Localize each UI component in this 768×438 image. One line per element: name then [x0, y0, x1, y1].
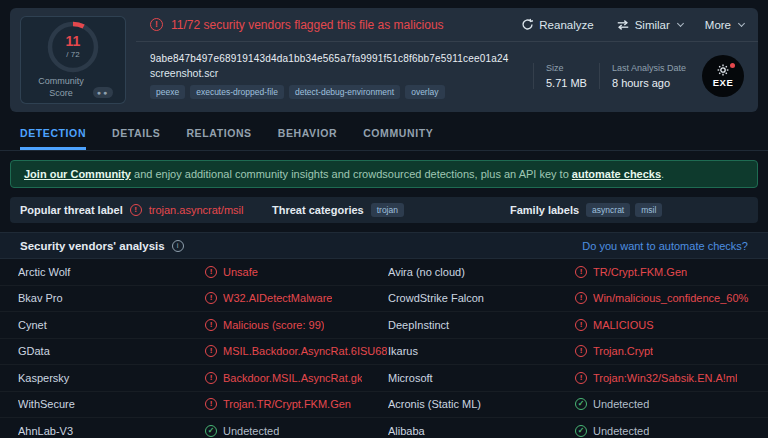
family-labels-group: Family labels asyncratmsil — [510, 203, 748, 217]
family-tag-asyncrat[interactable]: asyncrat — [586, 203, 630, 217]
vendor-name: DeepInstinct — [388, 319, 575, 331]
analysis-header: Security vendors' analysis i Do you want… — [0, 232, 768, 259]
detection-result: !W32.AIDetectMalware — [205, 292, 388, 304]
warning-icon: ! — [575, 372, 587, 384]
detection-result-text: Backdoor.MSIL.AsyncRat.gk — [223, 372, 362, 384]
community-votes-widget: ●● — [93, 87, 113, 98]
virustotal-report-page: 11 / 72 Community Score ●● ! 11/72 secur… — [0, 8, 768, 438]
automate-checks-link[interactable]: automate checks — [572, 168, 661, 180]
detection-result: !TR/Crypt.FKM.Gen — [575, 266, 750, 278]
tab-bar: DETECTIONDETAILSRELATIONSBEHAVIORCOMMUNI… — [0, 118, 768, 151]
similar-button[interactable]: Similar — [616, 19, 683, 31]
detection-result: !Trojan.Crypt — [575, 345, 750, 357]
gear-icon — [717, 64, 729, 76]
vendor-name: Acronis (Static ML) — [388, 398, 575, 410]
popular-threat-label-value[interactable]: trojan.asyncrat/msil — [149, 204, 244, 216]
detection-result: ✓Undetected — [575, 398, 750, 410]
detection-result: ✓Undetected — [575, 425, 750, 437]
vendor-name: Arctic Wolf — [18, 266, 205, 278]
warning-icon: ! — [575, 345, 587, 357]
community-banner: Join our Community and enjoy additional … — [10, 160, 758, 188]
warning-icon: ! — [205, 292, 217, 304]
banner-text: and enjoy additional community insights … — [131, 168, 572, 180]
warning-icon: ! — [130, 204, 142, 216]
detection-score-widget: 11 / 72 Community Score ●● — [20, 16, 126, 104]
detection-result-text: Win/malicious_confidence_60% (D) — [593, 292, 750, 304]
detection-result: !Malicious (score: 99) — [205, 319, 388, 331]
detection-result: !Trojan:Win32/Sabsik.EN.A!ml — [575, 372, 750, 384]
warning-icon: ! — [205, 319, 217, 331]
vendor-name: Cynet — [18, 319, 205, 331]
detection-result: !Trojan.TR/Crypt.FKM.Gen — [205, 398, 388, 410]
file-tags: peexeexecutes-dropped-filedetect-debug-e… — [150, 85, 521, 99]
tab-behavior[interactable]: BEHAVIOR — [278, 118, 337, 150]
detection-result-text: Undetected — [593, 398, 649, 410]
table-row: AhnLab-V3✓UndetectedAlibaba✓Undetected — [0, 418, 768, 438]
reanalyze-button[interactable]: Reanalyze — [521, 18, 593, 31]
warning-icon: ! — [150, 18, 163, 31]
file-tag-executes-dropped-file[interactable]: executes-dropped-file — [190, 85, 284, 99]
detection-result-text: Trojan:Win32/Sabsik.EN.A!ml — [593, 372, 737, 384]
table-row: WithSecure!Trojan.TR/Crypt.FKM.GenAcroni… — [0, 392, 768, 419]
category-tag-trojan[interactable]: trojan — [371, 203, 404, 217]
threat-category-tags: trojan — [371, 203, 404, 217]
detection-result: !Win/malicious_confidence_60% (D) — [575, 292, 750, 304]
join-community-link[interactable]: Join our Community — [24, 168, 131, 180]
red-dot-icon — [730, 63, 735, 68]
vendor-name: AhnLab-V3 — [18, 425, 205, 437]
table-row: Bkav Pro!W32.AIDetectMalwareCrowdStrike … — [0, 286, 768, 313]
file-summary-card: 11 / 72 Community Score ●● ! 11/72 secur… — [10, 8, 758, 112]
alert-text: 11/72 security vendors flagged this file… — [171, 18, 444, 32]
detection-result: !Backdoor.MSIL.AsyncRat.gk — [205, 372, 388, 384]
warning-icon: ! — [205, 345, 217, 357]
detection-result-text: Undetected — [593, 425, 649, 437]
vendor-name: Alibaba — [388, 425, 575, 437]
vendor-name: Microsoft — [388, 372, 575, 384]
chevron-down-icon — [677, 20, 684, 27]
info-icon[interactable]: i — [172, 240, 184, 252]
detection-result-text: Undetected — [223, 425, 279, 437]
file-hash: 9abe847b497e68919143d4da1bb34e565a7fa999… — [150, 53, 521, 64]
detection-result: !MSIL.Backdoor.AsyncRat.6ISU68 — [205, 345, 388, 357]
threat-categories-group: Threat categories trojan — [272, 203, 510, 217]
detection-result-text: Trojan.Crypt — [593, 345, 653, 357]
family-tag-msil[interactable]: msil — [635, 203, 662, 217]
warning-icon: ! — [575, 319, 587, 331]
check-icon: ✓ — [575, 425, 587, 437]
detection-result: !Unsafe — [205, 266, 388, 278]
warning-icon: ! — [205, 372, 217, 384]
detection-alert-bar: ! 11/72 security vendors flagged this fi… — [136, 8, 758, 42]
vendor-name: Avira (no cloud) — [388, 266, 575, 278]
file-type-label: EXE — [713, 77, 734, 88]
detection-result-text: W32.AIDetectMalware — [223, 292, 332, 304]
threat-info-bar: Popular threat label ! trojan.asyncrat/m… — [10, 197, 758, 223]
detection-result-text: TR/Crypt.FKM.Gen — [593, 266, 687, 278]
vendor-name: CrowdStrike Falcon — [388, 292, 575, 304]
detection-result-text: Trojan.TR/Crypt.FKM.Gen — [223, 398, 351, 410]
vendor-name: Bkav Pro — [18, 292, 205, 304]
more-button[interactable]: More — [705, 19, 744, 31]
tab-relations[interactable]: RELATIONS — [186, 118, 251, 150]
file-tag-overlay[interactable]: overlay — [405, 85, 444, 99]
automate-checks-question-link[interactable]: Do you want to automate checks? — [582, 240, 748, 252]
warning-icon: ! — [575, 292, 587, 304]
tab-details[interactable]: DETAILS — [112, 118, 160, 150]
detection-result-text: Unsafe — [223, 266, 258, 278]
popular-threat-label-group: Popular threat label ! trojan.asyncrat/m… — [20, 204, 272, 216]
last-analysis-date: Last Analysis Date 8 hours ago — [599, 63, 686, 89]
detection-result-text: Malicious (score: 99) — [223, 319, 324, 331]
detection-result: !MALICIOUS — [575, 319, 750, 331]
file-tag-peexe[interactable]: peexe — [150, 85, 185, 99]
vendor-name: GData — [18, 345, 205, 357]
file-size: Size 5.71 MB — [533, 63, 587, 89]
table-row: Kaspersky!Backdoor.MSIL.AsyncRat.gkMicro… — [0, 365, 768, 392]
file-tag-detect-debug-environment[interactable]: detect-debug-environment — [289, 85, 400, 99]
detection-result: ✓Undetected — [205, 425, 388, 437]
detection-result-text: MSIL.Backdoor.AsyncRat.6ISU68 — [223, 345, 387, 357]
check-icon: ✓ — [575, 398, 587, 410]
tab-community[interactable]: COMMUNITY — [363, 118, 433, 150]
tab-detection[interactable]: DETECTION — [20, 118, 86, 150]
vendor-name: Kaspersky — [18, 372, 205, 384]
table-row: Arctic Wolf!UnsafeAvira (no cloud)!TR/Cr… — [0, 259, 768, 286]
table-row: Cynet!Malicious (score: 99)DeepInstinct!… — [0, 312, 768, 339]
